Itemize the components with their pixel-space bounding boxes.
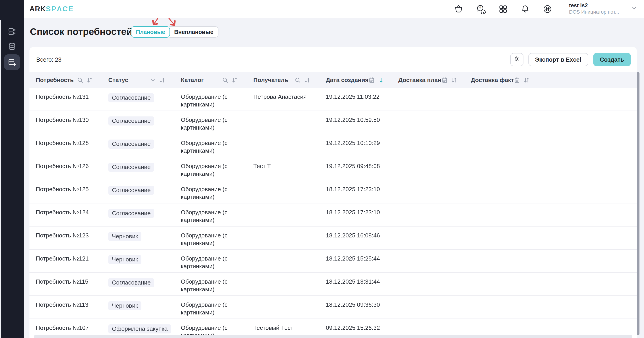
apps-grid-icon[interactable] xyxy=(498,4,508,14)
user-role: DOS Инициатор пот... xyxy=(569,9,619,15)
app-window: ARKSPΛCE ? xyxy=(0,0,644,338)
cell-catalog: Оборудование (с картинками) xyxy=(181,226,253,249)
cell-catalog: Оборудование (с картинками) xyxy=(181,296,253,318)
table-row[interactable]: Потребность №128СогласованиеОборудование… xyxy=(30,134,637,157)
table-row[interactable]: Потребность №131СогласованиеОборудование… xyxy=(30,88,637,111)
tab-planned[interactable]: Плановые xyxy=(131,26,170,38)
sort-icon[interactable] xyxy=(304,77,310,83)
column-header: Каталог xyxy=(181,72,253,88)
column-header: Доставка план xyxy=(398,72,471,88)
column-header: Потребность xyxy=(36,72,108,88)
chevron-down-icon[interactable] xyxy=(150,77,156,83)
table-row[interactable]: Потребность №125СогласованиеОборудование… xyxy=(30,180,637,204)
create-button[interactable]: Создать xyxy=(593,53,631,66)
cell-recipient xyxy=(253,296,326,318)
cell-need: Потребность №131 xyxy=(36,88,108,110)
cell-delivery-fact xyxy=(471,273,544,296)
sort-icon[interactable] xyxy=(159,77,166,83)
user-menu[interactable]: test is2 DOS Инициатор пот... xyxy=(569,3,638,15)
sort-icon[interactable] xyxy=(86,77,93,83)
sort-desc-active-icon[interactable] xyxy=(378,77,384,83)
cell-delivery-fact xyxy=(471,296,544,318)
table-row[interactable]: Потребность №113ЧерновикОборудование (с … xyxy=(30,296,637,319)
table-row[interactable]: Потребность №115СогласованиеОборудование… xyxy=(30,273,637,296)
cell-need: Потребность №121 xyxy=(36,250,108,272)
column-header-label: Каталог xyxy=(181,76,204,83)
sort-icon[interactable] xyxy=(524,77,530,83)
sidebar-item-database[interactable] xyxy=(0,38,24,54)
cell-delivery-fact xyxy=(471,204,544,226)
search-icon[interactable] xyxy=(77,77,84,83)
column-header-label: Дата создания xyxy=(326,76,368,83)
cell-delivery-fact xyxy=(471,157,544,180)
vertical-scrollbar-thumb[interactable] xyxy=(637,72,640,335)
settings-button[interactable] xyxy=(510,53,523,66)
cell-recipient xyxy=(253,273,326,296)
page-title: Список потребностей xyxy=(30,26,132,37)
status-badge: Согласование xyxy=(108,116,154,126)
cell-catalog: Оборудование (с картинками) xyxy=(181,273,253,296)
table-row[interactable]: Потребность №126СогласованиеОборудование… xyxy=(30,157,637,180)
logo-ark: ARK xyxy=(30,5,46,12)
calendar-icon[interactable] xyxy=(368,77,375,83)
topbar-actions: ? xyxy=(454,3,638,15)
topbar: ARKSPΛCE ? xyxy=(24,0,644,18)
cell-catalog: Оборудование (с картинками) xyxy=(181,134,253,157)
sidebar-item-needs-table[interactable] xyxy=(4,54,20,70)
cell-status: Согласование xyxy=(108,204,181,226)
cell-delivery-plan xyxy=(398,111,471,134)
table-row[interactable]: Потребность №130СогласованиеОборудование… xyxy=(30,111,637,134)
notifications-icon[interactable] xyxy=(520,4,530,14)
cell-created: 18.12.2025 15:25:44 xyxy=(326,250,398,272)
user-info: test is2 DOS Инициатор пот... xyxy=(569,3,619,15)
tab-unplanned[interactable]: Внеплановые xyxy=(168,26,218,38)
column-header-icons xyxy=(77,77,93,83)
status-badge: Согласование xyxy=(108,209,154,218)
table-row[interactable]: Потребность №123ЧерновикОборудование (с … xyxy=(30,226,637,250)
cell-status: Согласование xyxy=(108,111,181,134)
cell-recipient xyxy=(253,111,326,134)
cell-delivery-plan xyxy=(398,134,471,157)
cell-delivery-plan xyxy=(398,180,471,203)
calendar-icon[interactable] xyxy=(441,77,448,83)
cell-delivery-plan xyxy=(398,204,471,226)
cell-recipient: Тест Т xyxy=(253,157,326,180)
cell-recipient xyxy=(253,204,326,226)
cell-status: Согласование xyxy=(108,134,181,157)
cell-delivery-plan xyxy=(398,157,471,180)
chevron-down-icon[interactable] xyxy=(631,4,638,13)
column-header-icons xyxy=(294,77,310,83)
cell-delivery-plan xyxy=(398,226,471,249)
cell-created: 19.12.2025 11:03:22 xyxy=(326,88,398,110)
dashboard-icon xyxy=(8,27,16,36)
sort-icon[interactable] xyxy=(232,77,238,83)
status-badge: Согласование xyxy=(108,186,154,195)
table-row[interactable]: Потребность №121ЧерновикОборудование (с … xyxy=(30,250,637,273)
gear-icon xyxy=(513,55,520,64)
cell-catalog: Оборудование (с картинками) xyxy=(181,88,253,110)
help-icon[interactable]: ? xyxy=(476,4,486,14)
cell-need: Потребность №125 xyxy=(36,180,108,203)
sort-icon[interactable] xyxy=(451,77,457,83)
search-icon[interactable] xyxy=(294,77,301,83)
calendar-icon[interactable] xyxy=(514,77,520,83)
horizontal-scrollbar-thumb[interactable] xyxy=(34,335,632,338)
status-badge: Согласование xyxy=(108,140,154,148)
sidebar-item-dashboard[interactable] xyxy=(0,24,24,39)
tabs-group: Плановые Внеплановые xyxy=(131,26,218,38)
cell-recipient: Петрова Анастасия xyxy=(253,88,326,110)
cell-delivery-fact xyxy=(471,250,544,272)
table-row[interactable]: Потребность №124СогласованиеОборудование… xyxy=(30,204,637,226)
status-badge: Черновик xyxy=(108,301,142,310)
cell-recipient xyxy=(253,180,326,203)
export-excel-button[interactable]: Экспорт в Excel xyxy=(528,53,588,66)
cell-delivery-fact xyxy=(471,134,544,157)
basket-icon[interactable] xyxy=(454,4,464,14)
status-badge: Согласование xyxy=(108,163,154,172)
status-badge: Согласование xyxy=(108,278,154,287)
transfer-icon[interactable] xyxy=(542,4,552,14)
needs-table-icon xyxy=(8,58,16,66)
cell-created: 18.12.2025 13:31:44 xyxy=(326,273,398,296)
search-icon[interactable] xyxy=(222,77,228,83)
cell-need: Потребность №126 xyxy=(36,157,108,180)
